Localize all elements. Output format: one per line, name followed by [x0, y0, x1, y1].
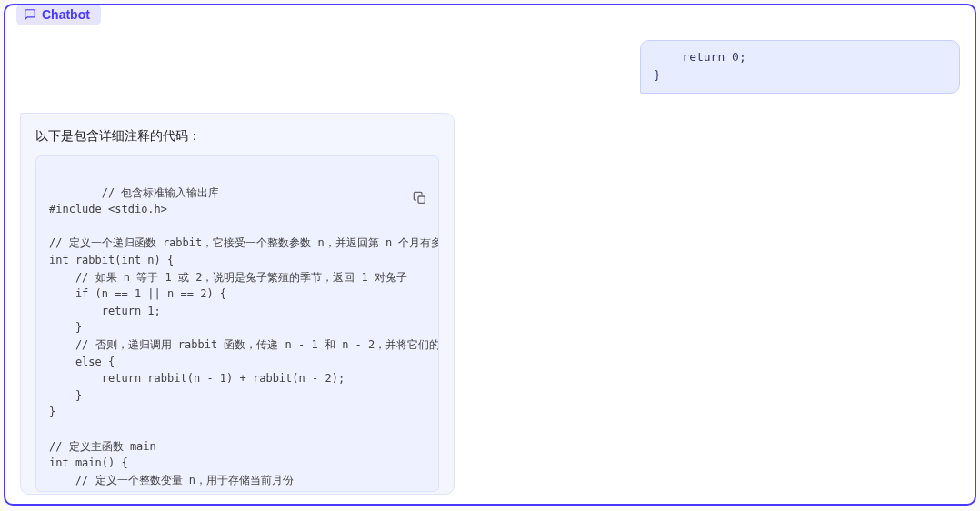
copy-icon	[413, 191, 427, 205]
svg-rect-0	[418, 196, 425, 203]
bot-intro-text: 以下是包含详细注释的代码：	[35, 128, 439, 145]
code-block: // 包含标准输入输出库 #include <stdio.h> // 定义一个递…	[35, 155, 439, 492]
bot-message: 以下是包含详细注释的代码： // 包含标准输入输出库 #include <std…	[20, 113, 455, 495]
panel-title-badge: Chatbot	[16, 4, 101, 25]
code-content: // 包含标准输入输出库 #include <stdio.h> // 定义一个递…	[49, 186, 439, 492]
user-message: return 0; }	[640, 40, 960, 94]
copy-button[interactable]	[413, 164, 429, 180]
user-code-snippet: return 0; }	[654, 50, 746, 82]
panel-title-text: Chatbot	[42, 7, 90, 22]
conversation-area: return 0; } 以下是包含详细注释的代码： // 包含标准输入输出库 #…	[5, 5, 975, 504]
chatbot-panel: Chatbot return 0; } 以下是包含详细注释的代码： // 包含标…	[4, 4, 976, 506]
chat-icon	[24, 8, 36, 21]
